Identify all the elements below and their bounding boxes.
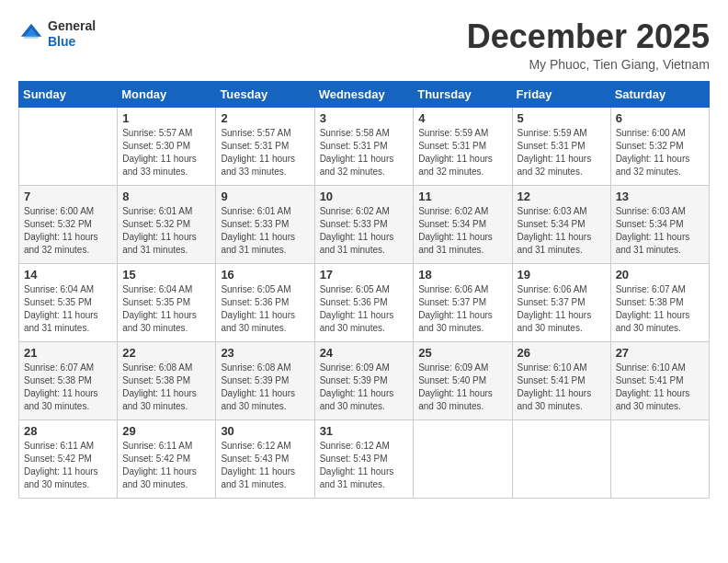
day-number: 2 <box>221 111 309 125</box>
calendar-cell: 24Sunrise: 6:09 AM Sunset: 5:39 PM Dayli… <box>314 341 414 419</box>
day-info: Sunrise: 6:03 AM Sunset: 5:34 PM Dayligh… <box>518 205 606 257</box>
logo: General Blue <box>18 18 96 50</box>
day-info: Sunrise: 6:06 AM Sunset: 5:37 PM Dayligh… <box>418 283 506 335</box>
calendar-cell: 12Sunrise: 6:03 AM Sunset: 5:34 PM Dayli… <box>512 185 610 263</box>
day-info: Sunrise: 6:08 AM Sunset: 5:38 PM Dayligh… <box>122 362 210 413</box>
location: My Phuoc, Tien Giang, Vietnam <box>467 57 710 72</box>
day-info: Sunrise: 6:04 AM Sunset: 5:35 PM Dayligh… <box>24 283 112 335</box>
calendar-cell <box>19 107 118 185</box>
logo-text: General Blue <box>48 18 96 50</box>
day-number: 16 <box>221 268 309 282</box>
day-number: 25 <box>418 346 506 360</box>
day-number: 12 <box>518 190 606 203</box>
day-info: Sunrise: 6:08 AM Sunset: 5:39 PM Dayligh… <box>221 362 309 413</box>
day-number: 1 <box>122 111 210 125</box>
day-info: Sunrise: 6:00 AM Sunset: 5:32 PM Dayligh… <box>24 205 112 257</box>
day-info: Sunrise: 6:01 AM Sunset: 5:32 PM Dayligh… <box>122 205 210 257</box>
calendar-cell: 20Sunrise: 6:07 AM Sunset: 5:38 PM Dayli… <box>610 263 709 341</box>
calendar-cell: 26Sunrise: 6:10 AM Sunset: 5:41 PM Dayli… <box>512 341 610 419</box>
weekday-header: Thursday <box>414 81 512 107</box>
week-row: 7Sunrise: 6:00 AM Sunset: 5:32 PM Daylig… <box>19 185 710 263</box>
day-info: Sunrise: 6:02 AM Sunset: 5:33 PM Dayligh… <box>320 205 409 257</box>
day-number: 7 <box>24 190 112 203</box>
day-info: Sunrise: 5:59 AM Sunset: 5:31 PM Dayligh… <box>518 127 606 178</box>
weekday-header: Sunday <box>19 81 118 107</box>
day-info: Sunrise: 6:07 AM Sunset: 5:38 PM Dayligh… <box>616 283 704 335</box>
calendar-cell: 11Sunrise: 6:02 AM Sunset: 5:34 PM Dayli… <box>414 185 512 263</box>
day-number: 29 <box>122 424 210 438</box>
day-info: Sunrise: 6:09 AM Sunset: 5:39 PM Dayligh… <box>320 362 409 413</box>
month-title: December 2025 <box>467 18 710 55</box>
day-number: 5 <box>518 111 606 125</box>
title-block: December 2025 My Phuoc, Tien Giang, Viet… <box>467 18 710 72</box>
day-info: Sunrise: 6:04 AM Sunset: 5:35 PM Dayligh… <box>122 283 210 335</box>
day-info: Sunrise: 6:06 AM Sunset: 5:37 PM Dayligh… <box>518 283 606 335</box>
day-number: 17 <box>320 268 409 282</box>
day-info: Sunrise: 6:07 AM Sunset: 5:38 PM Dayligh… <box>24 362 112 413</box>
day-number: 18 <box>418 268 506 282</box>
day-number: 4 <box>418 111 506 125</box>
day-info: Sunrise: 6:12 AM Sunset: 5:43 PM Dayligh… <box>221 440 309 491</box>
weekday-header: Monday <box>118 81 216 107</box>
day-info: Sunrise: 5:57 AM Sunset: 5:30 PM Dayligh… <box>122 127 210 178</box>
day-number: 20 <box>616 268 704 282</box>
day-number: 9 <box>221 190 309 203</box>
day-number: 21 <box>24 346 112 360</box>
day-number: 8 <box>122 190 210 203</box>
calendar-table: SundayMondayTuesdayWednesdayThursdayFrid… <box>18 81 710 499</box>
weekday-header: Saturday <box>610 81 709 107</box>
day-number: 22 <box>122 346 210 360</box>
week-row: 14Sunrise: 6:04 AM Sunset: 5:35 PM Dayli… <box>19 263 710 341</box>
calendar-cell: 23Sunrise: 6:08 AM Sunset: 5:39 PM Dayli… <box>216 341 314 419</box>
calendar-cell: 25Sunrise: 6:09 AM Sunset: 5:40 PM Dayli… <box>414 341 512 419</box>
day-info: Sunrise: 6:00 AM Sunset: 5:32 PM Dayligh… <box>616 127 704 178</box>
calendar-cell <box>512 419 610 498</box>
weekday-header-row: SundayMondayTuesdayWednesdayThursdayFrid… <box>19 81 710 107</box>
calendar-cell: 7Sunrise: 6:00 AM Sunset: 5:32 PM Daylig… <box>19 185 118 263</box>
day-number: 27 <box>616 346 704 360</box>
day-info: Sunrise: 6:11 AM Sunset: 5:42 PM Dayligh… <box>122 440 210 491</box>
day-number: 15 <box>122 268 210 282</box>
day-info: Sunrise: 6:05 AM Sunset: 5:36 PM Dayligh… <box>221 283 309 335</box>
day-info: Sunrise: 6:10 AM Sunset: 5:41 PM Dayligh… <box>518 362 606 413</box>
calendar-cell: 31Sunrise: 6:12 AM Sunset: 5:43 PM Dayli… <box>314 419 414 498</box>
week-row: 28Sunrise: 6:11 AM Sunset: 5:42 PM Dayli… <box>19 419 710 498</box>
calendar-cell: 18Sunrise: 6:06 AM Sunset: 5:37 PM Dayli… <box>414 263 512 341</box>
day-number: 19 <box>518 268 606 282</box>
day-info: Sunrise: 6:03 AM Sunset: 5:34 PM Dayligh… <box>616 205 704 257</box>
day-info: Sunrise: 6:12 AM Sunset: 5:43 PM Dayligh… <box>320 440 409 491</box>
calendar-cell: 8Sunrise: 6:01 AM Sunset: 5:32 PM Daylig… <box>118 185 216 263</box>
day-number: 26 <box>518 346 606 360</box>
day-info: Sunrise: 6:05 AM Sunset: 5:36 PM Dayligh… <box>320 283 409 335</box>
calendar-cell: 14Sunrise: 6:04 AM Sunset: 5:35 PM Dayli… <box>19 263 118 341</box>
calendar-cell: 22Sunrise: 6:08 AM Sunset: 5:38 PM Dayli… <box>118 341 216 419</box>
day-number: 14 <box>24 268 112 282</box>
day-info: Sunrise: 6:01 AM Sunset: 5:33 PM Dayligh… <box>221 205 309 257</box>
calendar-cell <box>414 419 512 498</box>
calendar-cell: 4Sunrise: 5:59 AM Sunset: 5:31 PM Daylig… <box>414 107 512 185</box>
day-info: Sunrise: 6:02 AM Sunset: 5:34 PM Dayligh… <box>418 205 506 257</box>
calendar-cell: 2Sunrise: 5:57 AM Sunset: 5:31 PM Daylig… <box>216 107 314 185</box>
calendar-cell: 28Sunrise: 6:11 AM Sunset: 5:42 PM Dayli… <box>19 419 118 498</box>
week-row: 1Sunrise: 5:57 AM Sunset: 5:30 PM Daylig… <box>19 107 710 185</box>
day-number: 30 <box>221 424 309 438</box>
day-info: Sunrise: 6:09 AM Sunset: 5:40 PM Dayligh… <box>418 362 506 413</box>
calendar-cell: 6Sunrise: 6:00 AM Sunset: 5:32 PM Daylig… <box>610 107 709 185</box>
weekday-header: Wednesday <box>314 81 414 107</box>
day-info: Sunrise: 6:10 AM Sunset: 5:41 PM Dayligh… <box>616 362 704 413</box>
calendar-cell: 16Sunrise: 6:05 AM Sunset: 5:36 PM Dayli… <box>216 263 314 341</box>
logo-icon <box>18 21 44 47</box>
day-number: 11 <box>418 190 506 203</box>
day-number: 24 <box>320 346 409 360</box>
calendar-cell: 17Sunrise: 6:05 AM Sunset: 5:36 PM Dayli… <box>314 263 414 341</box>
calendar-cell: 5Sunrise: 5:59 AM Sunset: 5:31 PM Daylig… <box>512 107 610 185</box>
day-number: 6 <box>616 111 704 125</box>
day-number: 10 <box>320 190 409 203</box>
calendar-cell: 13Sunrise: 6:03 AM Sunset: 5:34 PM Dayli… <box>610 185 709 263</box>
day-number: 28 <box>24 424 112 438</box>
day-number: 23 <box>221 346 309 360</box>
day-number: 31 <box>320 424 409 438</box>
weekday-header: Tuesday <box>216 81 314 107</box>
calendar-cell: 19Sunrise: 6:06 AM Sunset: 5:37 PM Dayli… <box>512 263 610 341</box>
day-info: Sunrise: 5:58 AM Sunset: 5:31 PM Dayligh… <box>320 127 409 178</box>
